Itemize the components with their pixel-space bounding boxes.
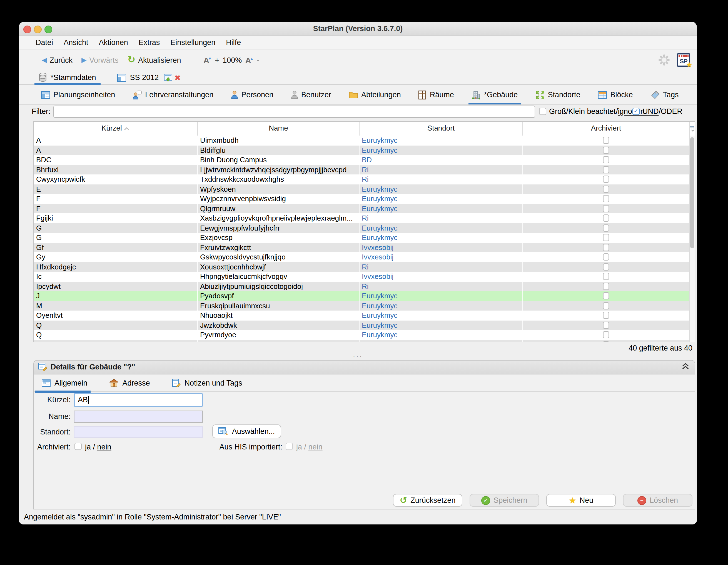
- table-row[interactable]: IpcydwtAbiuzljiytjpumiuigslqiccotogoidoj…: [34, 282, 690, 291]
- case-sensitive-label[interactable]: Groß/Klein beachtet/ignoriert: [549, 107, 645, 116]
- cell-kuerzel[interactable]: Q: [34, 320, 198, 330]
- cell-standort-link[interactable]: BD: [360, 155, 523, 165]
- archiviert-ja-nein-label[interactable]: ja / nein: [85, 443, 111, 451]
- cell-kuerzel[interactable]: Fgijki: [34, 213, 198, 223]
- table-row[interactable]: ABldiffgluEuruykmyc: [34, 145, 690, 155]
- cell-kuerzel[interactable]: G: [34, 223, 198, 233]
- tab-standorte[interactable]: Standorte: [535, 85, 580, 105]
- loeschen-button[interactable]: − Löschen: [623, 494, 692, 507]
- cell-name[interactable]: Xasbzigvgplioyvkqrofhpneiivplewjeplexrae…: [198, 213, 360, 223]
- cell-standort-link[interactable]: Ivvxesobij: [360, 243, 523, 252]
- tab-planungseinheiten[interactable]: Planungseinheiten: [41, 85, 115, 105]
- cell-kuerzel[interactable]: F: [34, 194, 198, 204]
- cell-name[interactable]: Hhpngytielaicucmkjcfvogqv: [198, 272, 360, 282]
- splitter-handle[interactable]: ···: [19, 352, 697, 360]
- cell-standort-link[interactable]: Euruykmyc: [360, 233, 523, 243]
- close-tab-icon[interactable]: ✖: [174, 73, 181, 82]
- table-row[interactable]: IcHhpngytielaicucmkjcfvogqvIvvxesobij: [34, 272, 690, 282]
- cell-name[interactable]: Pyvrmdyoe: [198, 330, 360, 340]
- cell-standort-link[interactable]: Euruykmyc: [360, 145, 523, 155]
- cell-name[interactable]: Xousoxttjocnhhcbwjf: [198, 262, 360, 272]
- cell-kuerzel[interactable]: E: [34, 184, 198, 194]
- cell-standort-link[interactable]: Ri: [360, 213, 523, 223]
- column-header-name[interactable]: Name: [198, 122, 360, 136]
- table-row[interactable]: FQlgrmruuwEuruykmyc: [34, 204, 690, 213]
- cell-kuerzel[interactable]: A: [34, 145, 198, 155]
- filter-input[interactable]: [53, 106, 535, 118]
- menu-datei[interactable]: Datei: [36, 38, 53, 47]
- kuerzel-field[interactable]: AB: [74, 393, 203, 407]
- archiviert-row-checkbox[interactable]: [603, 215, 609, 222]
- cell-name[interactable]: Exzjovcsp: [198, 233, 360, 243]
- cell-name[interactable]: Abiuzljiytjpumiuigslqiccotogoidoj: [198, 282, 360, 291]
- cell-standort-link[interactable]: Euruykmyc: [360, 330, 523, 340]
- tab-ss2012[interactable]: SS 2012 ✖: [113, 71, 185, 84]
- archiviert-row-checkbox[interactable]: [603, 341, 609, 342]
- menu-hilfe[interactable]: Hilfe: [226, 38, 241, 47]
- tab-personen[interactable]: Personen: [231, 85, 273, 105]
- menu-aktionen[interactable]: Aktionen: [99, 38, 128, 47]
- archiviert-row-checkbox[interactable]: [603, 312, 609, 319]
- tab-raeume[interactable]: Räume: [419, 85, 454, 105]
- back-button[interactable]: ◀ Zurück: [42, 56, 73, 64]
- cell-name[interactable]: Pyadosvpf: [198, 291, 360, 301]
- his-import-checkbox[interactable]: [286, 443, 293, 450]
- cell-standort-link[interactable]: Euruykmyc: [360, 320, 523, 330]
- cell-name[interactable]: Txddnswkkcxuodowxhghs: [198, 175, 360, 184]
- table-scrollbar[interactable]: [689, 136, 695, 342]
- cell-kuerzel[interactable]: Q: [34, 330, 198, 340]
- cell-kuerzel[interactable]: F: [34, 204, 198, 213]
- table-row[interactable]: OyenltvtNhuoaojktEuruykmyc: [34, 310, 690, 320]
- cell-name[interactable]: Bldiffglu: [198, 145, 360, 155]
- cell-standort-link[interactable]: Ri: [360, 175, 523, 184]
- cell-standort-link[interactable]: Euruykmyc: [360, 223, 523, 233]
- archiviert-row-checkbox[interactable]: [603, 254, 609, 261]
- cell-name[interactable]: Ljjwtrvmckintdwzvhqejssdgyrpbgympjjjbevc…: [198, 165, 360, 175]
- cell-standort-link[interactable]: Ivvxesobij: [360, 252, 523, 262]
- archiviert-checkbox[interactable]: [74, 443, 82, 450]
- column-settings-button[interactable]: [690, 122, 695, 136]
- collapse-details-button[interactable]: [682, 363, 689, 370]
- cell-kuerzel[interactable]: Gf: [34, 243, 198, 252]
- case-sensitive-checkbox[interactable]: [539, 108, 546, 115]
- table-row[interactable]: QPyvrmdyoeEuruykmyc: [34, 330, 690, 340]
- cell-standort-link[interactable]: Euruykmyc: [360, 310, 523, 320]
- cell-name[interactable]: Wpfyskoen: [198, 184, 360, 194]
- tab-lehrveranstaltungen[interactable]: Lehrveranstaltungen: [133, 85, 213, 105]
- column-header-kuerzel[interactable]: Kürzel: [34, 122, 198, 136]
- table-row[interactable]: QKutdsbdxtEuruykmyc: [34, 340, 690, 342]
- tab-benutzer[interactable]: Benutzer: [291, 85, 331, 105]
- table-row[interactable]: GfFxruivtzwxgikcttIvvxesobij: [34, 243, 690, 252]
- name-field[interactable]: [74, 410, 203, 423]
- archiviert-row-checkbox[interactable]: [603, 137, 609, 144]
- cell-name[interactable]: Eruskqipullauimnxcsu: [198, 301, 360, 310]
- cell-kuerzel[interactable]: Q: [34, 340, 198, 342]
- table-row[interactable]: BDCBinh Duong CampusBD: [34, 155, 690, 165]
- archiviert-row-checkbox[interactable]: [603, 195, 609, 203]
- archiviert-row-checkbox[interactable]: [603, 283, 609, 290]
- zoom-minus-label[interactable]: -: [257, 56, 259, 64]
- archiviert-row-checkbox[interactable]: [603, 292, 609, 300]
- neu-button[interactable]: ★ Neu: [546, 494, 616, 507]
- cell-standort-link[interactable]: Ri: [360, 282, 523, 291]
- archiviert-row-checkbox[interactable]: [603, 263, 609, 271]
- archiviert-row-checkbox[interactable]: [603, 176, 609, 183]
- cell-name[interactable]: Uimxmbudh: [198, 136, 360, 145]
- table-row[interactable]: EWpfyskoenEuruykmyc: [34, 184, 690, 194]
- cell-standort-link[interactable]: Euruykmyc: [360, 340, 523, 342]
- column-header-archiviert[interactable]: Archiviert: [523, 122, 690, 136]
- table-row[interactable]: JPyadosvpfEuruykmyc: [34, 291, 690, 301]
- cell-standort-link[interactable]: Euruykmyc: [360, 291, 523, 301]
- tab-notizen-und-tags[interactable]: Notizen und Tags: [172, 374, 242, 391]
- archiviert-row-checkbox[interactable]: [603, 331, 609, 338]
- table-row[interactable]: FgijkiXasbzigvgplioyvkqrofhpneiivplewjep…: [34, 213, 690, 223]
- cell-name[interactable]: Gskwpycosldvycstujfknjjqo: [198, 252, 360, 262]
- cell-standort-link[interactable]: Euruykmyc: [360, 136, 523, 145]
- cell-name[interactable]: Qlgrmruuw: [198, 204, 360, 213]
- speichern-button[interactable]: ✓ Speichern: [470, 494, 539, 507]
- cell-standort-link[interactable]: Ivvxesobij: [360, 272, 523, 282]
- tab-stammdaten[interactable]: *Stammdaten: [34, 71, 101, 84]
- cell-name[interactable]: Wyjpcznnvrvenpbiwsvsidig: [198, 194, 360, 204]
- cell-kuerzel[interactable]: Cwyxyncpwicfk: [34, 175, 198, 184]
- tab-gebaeude[interactable]: *Gebäude: [472, 85, 518, 105]
